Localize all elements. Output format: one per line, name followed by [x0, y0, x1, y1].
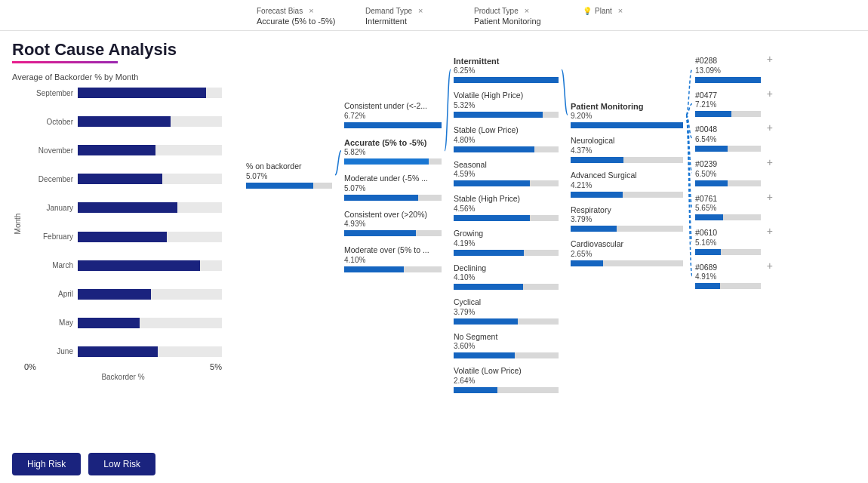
expand-button[interactable]: + — [767, 157, 773, 168]
funnel-node[interactable]: #0689 4.91% — [692, 260, 764, 292]
bar-row: May — [24, 318, 222, 328]
node-bar — [344, 266, 404, 272]
bar-row: April — [24, 289, 222, 300]
product-type-label: Product Type — [474, 7, 519, 15]
funnel-col-root: % on backorder 5.07% — [240, 38, 338, 191]
funnel-node[interactable]: Seasonal 4.59% — [451, 158, 562, 189]
funnel-node[interactable]: Patient Monitoring 9.20% — [568, 99, 686, 131]
funnel-node[interactable]: Moderate over (5% to ... 4.10% — [341, 243, 445, 275]
node-row: Stable (Low Price) 4.80% — [451, 123, 562, 155]
funnel-node[interactable]: Consistent under (<-2... 6.72% — [341, 99, 445, 131]
demand-type-close[interactable]: × — [418, 6, 423, 15]
node-bar — [571, 192, 623, 198]
funnel-node[interactable]: Growing 4.19% — [451, 226, 562, 258]
funnel-node[interactable]: Respiratory 3.79% — [568, 203, 686, 235]
filter-bar: Forecast Bias × Accurate (5% to -5%) Dem… — [0, 0, 868, 31]
bar-track — [78, 145, 222, 155]
node-name: Cyclical — [454, 297, 559, 308]
bar-fill — [78, 116, 171, 127]
plant-close[interactable]: × — [618, 6, 623, 15]
funnel-node[interactable]: #0761 5.65% — [692, 192, 764, 223]
funnel-node[interactable]: Neurological 4.37% — [568, 134, 686, 165]
node-pct: 2.65% — [571, 250, 683, 258]
funnel-node[interactable]: #0048 6.54% — [692, 122, 764, 154]
node-name: Advanced Surgical — [571, 171, 683, 181]
bar-fill — [78, 202, 177, 213]
bar-track — [78, 318, 222, 328]
title-underline — [12, 61, 118, 63]
funnel-node[interactable]: Stable (High Price) 4.56% — [451, 192, 562, 223]
node-pct: 4.91% — [695, 272, 761, 281]
expand-button[interactable]: + — [767, 88, 773, 99]
expand-button[interactable]: + — [767, 122, 773, 133]
bar-label: September — [24, 89, 73, 97]
product-type-close[interactable]: × — [525, 6, 529, 15]
funnel-node[interactable]: No Segment 3.60% — [451, 330, 562, 361]
node-row: #0610 5.16% + — [692, 226, 773, 257]
bar-label: May — [24, 318, 73, 327]
funnel-node[interactable]: Declining 4.10% — [451, 261, 562, 293]
expand-button[interactable]: + — [767, 54, 773, 64]
node-name: Accurate (5% to -5%) — [344, 137, 442, 148]
bar-label: January — [24, 204, 73, 212]
expand-button[interactable]: + — [767, 192, 773, 202]
node-row: Moderate under (-5% ... 5.07% — [341, 171, 445, 203]
node-bar — [454, 215, 530, 221]
buttons-row: High Risk Low Risk — [12, 453, 222, 475]
funnel-node[interactable]: Volatile (High Price) 5.32% — [451, 88, 562, 120]
forecast-bias-close[interactable]: × — [309, 6, 313, 15]
bar-track — [78, 116, 222, 127]
node-root-pct: 5.07% — [246, 172, 332, 180]
high-risk-button[interactable]: High Risk — [12, 453, 81, 475]
expand-button[interactable]: + — [767, 260, 773, 271]
funnel-node[interactable]: Consistent over (>20%) 4.93% — [341, 208, 445, 239]
node-row: #0239 6.50% + — [692, 157, 773, 189]
funnel-node[interactable]: Advanced Surgical 4.21% — [568, 168, 686, 200]
funnel-node[interactable]: Cyclical 3.79% — [451, 295, 562, 327]
funnel-node[interactable]: Stable (Low Price) 4.80% — [451, 123, 562, 155]
forecast-bias-label: Forecast Bias — [257, 7, 303, 15]
funnel-node[interactable]: #0610 5.16% — [692, 226, 764, 257]
node-row: #0689 4.91% + — [692, 260, 773, 292]
node-bar — [454, 112, 543, 118]
expand-button[interactable]: + — [767, 226, 773, 236]
funnel-node[interactable]: #0477 7.21% — [692, 88, 764, 120]
bar-label: December — [24, 175, 73, 183]
node-name: No Segment — [454, 332, 559, 343]
bar-fill — [78, 174, 162, 184]
node-name: #0239 — [695, 159, 761, 170]
funnel-node[interactable]: Intermittent 6.25% — [451, 54, 562, 85]
node-name: #0048 — [695, 125, 761, 135]
funnel-node[interactable]: Cardiovascular 2.65% — [568, 237, 686, 269]
funnel-node[interactable]: #0288 13.09% — [692, 54, 764, 85]
node-bar — [571, 260, 603, 266]
node-bar — [454, 77, 559, 83]
funnel-node[interactable]: Volatile (Low Price) 2.64% — [451, 364, 562, 395]
node-pct: 9.20% — [571, 112, 683, 120]
funnel-col-1: Consistent under (<-2... 6.72% Accurate … — [338, 38, 448, 275]
node-pct: 7.21% — [695, 100, 761, 109]
demand-type-value: Intermittent — [365, 17, 456, 26]
node-pct: 4.93% — [344, 220, 442, 228]
low-risk-button[interactable]: Low Risk — [88, 453, 155, 475]
bar-track — [78, 202, 222, 213]
node-row: Respiratory 3.79% — [568, 203, 686, 235]
funnel-node[interactable]: Moderate under (-5% ... 5.07% — [341, 171, 445, 203]
node-bar — [454, 250, 524, 256]
bar-track — [78, 346, 222, 357]
node-row: Volatile (High Price) 5.32% — [451, 88, 562, 120]
node-row: Consistent over (>20%) 4.93% — [341, 208, 445, 239]
node-row: Cyclical 3.79% — [451, 295, 562, 327]
node-row: Moderate over (5% to ... 4.10% — [341, 243, 445, 275]
filter-plant: Plant × — [583, 6, 673, 17]
funnel-node[interactable]: Accurate (5% to -5%) 5.82% — [341, 135, 445, 167]
filter-product-type: Product Type × Patient Monitoring — [474, 6, 565, 26]
x-tick-0: 0% — [24, 362, 36, 371]
filter-demand-type: Demand Type × Intermittent — [365, 6, 456, 26]
node-name: Growing — [454, 229, 559, 239]
node-pct: 5.07% — [344, 184, 442, 192]
funnel-node[interactable]: #0239 6.50% — [692, 157, 764, 189]
node-row: No Segment 3.60% — [451, 330, 562, 361]
node-bar — [344, 122, 442, 128]
x-axis: 0% 5% — [24, 359, 222, 371]
